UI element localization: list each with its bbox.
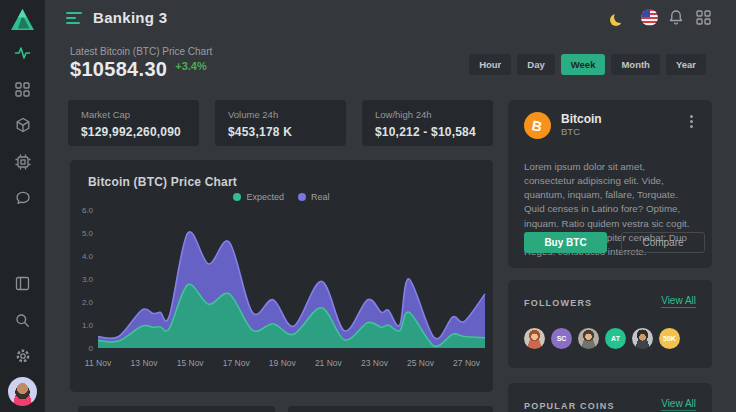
card-cutoff-right [288,406,493,412]
sidebar-item-settings[interactable] [0,341,45,371]
stat-value: $129,992,260,090 [81,125,186,139]
package-icon [15,117,31,133]
sidebar-item-messages[interactable] [0,183,45,213]
user-avatar[interactable] [8,377,37,406]
follower-avatar[interactable] [578,328,599,349]
compare-button[interactable]: Compare [621,232,705,253]
filter-month-button[interactable]: Month [611,54,660,75]
filter-year-button[interactable]: Year [666,54,706,75]
svg-text:0: 0 [89,344,94,353]
svg-text:13 Nov: 13 Nov [131,358,159,368]
search-icon [15,313,30,328]
page-title: Banking 3 [93,9,167,26]
svg-text:6.0: 6.0 [82,206,94,215]
stat-value: $453,178 K [228,125,333,139]
price-headline: $10584.30 +3.4% [70,58,207,81]
popular-coins-card: POPULAR COINS View All [508,383,712,412]
stat-card-low-high: Low/high 24h $10,212 - $10,584 [362,100,493,146]
svg-text:5.0: 5.0 [82,229,94,238]
app-logo-icon[interactable] [9,7,36,33]
followers-view-all-link[interactable]: View All [661,295,696,308]
filter-hour-button[interactable]: Hour [469,54,511,75]
menu-toggle-icon[interactable] [66,12,84,26]
followers-heading: FOLLOWERS [524,298,592,308]
svg-text:11 Nov: 11 Nov [85,358,112,368]
stat-label: Volume 24h [228,109,333,120]
stat-label: Market Cap [81,109,186,120]
price-chart-card: Bitcoin (BTC) Price Chart Expected Real … [70,160,493,392]
sidebar-item-dashboard[interactable] [0,74,45,104]
follower-avatar[interactable] [524,328,545,349]
stat-card-volume: Volume 24h $453,178 K [215,100,346,146]
bitcoin-glyph: B [531,117,544,135]
followers-avatars: SCAT50K [524,328,680,349]
stat-value: $10,212 - $10,584 [375,125,480,139]
chat-icon [15,190,31,206]
sidebar-item-search[interactable] [0,305,45,335]
gear-icon [15,348,31,364]
follower-avatar[interactable] [632,328,653,349]
svg-text:3.0: 3.0 [82,275,94,284]
time-range-filters: Hour Day Week Month Year [469,54,706,75]
activity-icon [14,45,31,61]
btc-price: $10584.30 [70,58,167,81]
price-chart-label: Latest Bitcoin (BTC) Price Chart [70,46,212,57]
area-chart: 01.02.03.04.05.06.011 Nov13 Nov15 Nov17 … [80,200,488,382]
price-change-badge: +3.4% [175,60,207,72]
dark-mode-moon-icon[interactable] [613,8,631,26]
chart-title: Bitcoin (BTC) Price Chart [88,175,237,189]
coin-symbol: BTC [561,126,602,138]
sidebar-item-products[interactable] [0,110,45,140]
sidebar [0,0,45,412]
coin-header: B Bitcoin BTC [524,112,602,139]
layout-icon [15,276,30,291]
stat-label: Low/high 24h [375,109,480,120]
svg-text:4.0: 4.0 [82,252,94,261]
svg-text:2.0: 2.0 [82,298,94,307]
sidebar-item-system[interactable] [0,147,45,177]
sidebar-item-activity[interactable] [0,38,45,68]
buy-btc-button[interactable]: Buy BTC [524,232,607,253]
coin-name: Bitcoin [561,113,602,126]
svg-text:23 Nov: 23 Nov [361,358,389,368]
follower-avatar[interactable]: SC [551,328,572,349]
svg-text:25 Nov: 25 Nov [407,358,435,368]
bitcoin-icon: B [524,112,551,139]
card-cutoff-left [78,406,275,412]
svg-text:15 Nov: 15 Nov [177,358,205,368]
banking-dashboard: Banking 3 Latest Bitcoin (BTC) Price Cha… [0,0,736,412]
bitcoin-info-card: B Bitcoin BTC Lorem ipsum dolor sit amet… [508,100,712,268]
svg-text:19 Nov: 19 Nov [269,358,297,368]
sidebar-item-layout[interactable] [0,268,45,298]
dashboard-grid-icon [15,82,30,97]
followers-card: FOLLOWERS View All SCAT50K [508,280,712,368]
language-us-flag-icon[interactable] [640,8,658,26]
svg-text:17 Nov: 17 Nov [223,358,251,368]
svg-text:21 Nov: 21 Nov [315,358,343,368]
filter-day-button[interactable]: Day [517,54,554,75]
popular-coins-view-all-link[interactable]: View All [661,398,696,411]
stat-card-market-cap: Market Cap $129,992,260,090 [68,100,199,146]
svg-text:27 Nov: 27 Nov [453,358,481,368]
svg-text:1.0: 1.0 [82,321,94,330]
apps-grid-icon[interactable] [694,8,712,26]
chip-icon [15,154,31,170]
popular-coins-heading: POPULAR COINS [524,401,615,411]
follower-avatar[interactable]: 50K [659,328,680,349]
filter-week-button[interactable]: Week [561,54,606,75]
follower-avatar[interactable]: AT [605,328,626,349]
more-options-icon[interactable] [684,112,698,130]
topbar-actions [613,8,712,26]
notifications-bell-icon[interactable] [667,8,685,26]
